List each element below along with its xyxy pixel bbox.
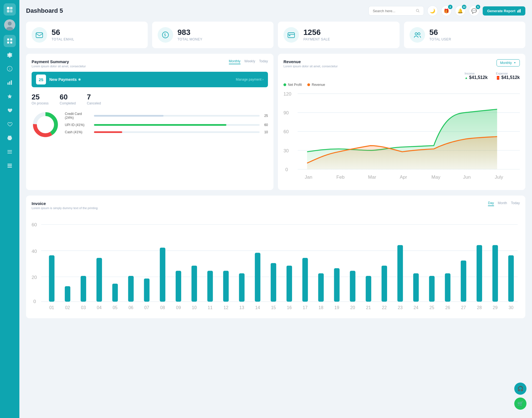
bar-label-27: 27	[461, 305, 466, 310]
upi-bar-wrap	[94, 124, 260, 126]
sidebar-item-info[interactable]: i	[4, 63, 16, 75]
cart-button[interactable]: 🛒	[514, 398, 526, 410]
bar-19	[334, 268, 340, 302]
bar-label-25: 25	[429, 305, 434, 310]
chat-badge: 5	[476, 5, 480, 9]
stats-row: 56 TOTAL EMAIL $ 983 TOTAL MONEY 1256 PA…	[26, 22, 525, 48]
stat-label-email: TOTAL EMAIL	[52, 37, 74, 41]
progress-upi: UPI ID (41%) 60	[65, 123, 268, 127]
bar-label-14: 14	[255, 305, 260, 310]
svg-text:Jun: Jun	[463, 175, 471, 180]
tab-day[interactable]: Day	[488, 201, 494, 206]
bar-22	[382, 266, 387, 302]
expense-icon: 🧧	[496, 76, 500, 80]
sidebar-item-heart1[interactable]	[4, 104, 16, 116]
tab-weekly[interactable]: Weekly	[244, 59, 255, 64]
bar-4	[96, 258, 102, 302]
middle-row: Payment Summary Lorem ipsum dolor sit am…	[26, 54, 525, 190]
sidebar-item-dashboard[interactable]	[4, 35, 16, 47]
sidebar-item-analytics[interactable]	[4, 76, 16, 89]
svg-rect-1	[10, 7, 12, 9]
bar-label-7: 07	[144, 305, 149, 310]
bar-label-30: 30	[509, 305, 514, 310]
income-meta: Income ▲ $41,512k	[465, 72, 488, 80]
credit-card-label: Credit Card (24%)	[65, 112, 91, 120]
sidebar-item-menu[interactable]	[4, 146, 16, 158]
svg-point-5	[8, 22, 12, 25]
income-arrow-icon: ▲	[465, 76, 468, 80]
svg-rect-23	[7, 165, 12, 166]
bar-15	[271, 263, 276, 302]
money-icon: $	[158, 27, 173, 43]
sidebar-item-settings[interactable]	[4, 49, 16, 61]
stat-label-payment: PAYMENT SALE	[303, 37, 330, 41]
bar-label-18: 18	[319, 305, 324, 310]
bar-27	[461, 261, 466, 302]
tab-month[interactable]: Month	[498, 201, 507, 206]
stat-number-email: 56	[52, 29, 74, 36]
payment-icon	[283, 27, 299, 43]
svg-rect-30	[36, 33, 43, 38]
bell-btn[interactable]: 🔔 12	[455, 6, 466, 16]
bar-label-17: 17	[303, 305, 307, 310]
tab-monthly[interactable]: Monthly	[229, 59, 241, 64]
sidebar-item-list[interactable]	[4, 160, 16, 172]
sidebar-item-heart2[interactable]	[4, 118, 16, 130]
floating-buttons: 🎧 🛒	[514, 383, 526, 410]
svg-rect-36	[289, 35, 290, 36]
bar-label-20: 20	[350, 305, 355, 310]
revenue-chart: 120 90 60 30 0 Jan Feb Mar Apr May Jun J…	[283, 89, 520, 183]
sidebar-logo[interactable]	[4, 3, 16, 16]
income-value: ▲ $41,512k	[465, 75, 488, 80]
bar-30	[508, 255, 514, 302]
avatar[interactable]	[4, 19, 15, 30]
bar-label-24: 24	[414, 305, 419, 310]
progress-credit-card: Credit Card (24%) 25	[65, 112, 268, 120]
cart-icon: 🛒	[517, 401, 523, 407]
svg-text:40: 40	[32, 248, 37, 254]
moon-icon: 🌙	[430, 8, 435, 14]
theme-toggle-btn[interactable]: 🌙	[427, 6, 438, 16]
on-process-number: 25	[32, 93, 48, 101]
gift-btn[interactable]: 🎁 2	[441, 6, 452, 16]
bar-label-8: 08	[160, 305, 165, 310]
revenue-monthly-dropdown[interactable]: Monthly	[497, 59, 520, 66]
sidebar-item-favorites[interactable]	[4, 90, 16, 102]
bar-5	[112, 284, 118, 302]
legend-net-profit: Net Profit	[283, 83, 302, 87]
svg-text:0: 0	[33, 299, 36, 304]
bar-label-11: 11	[208, 305, 212, 310]
stat-info-payment: 1256 PAYMENT SALE	[303, 29, 330, 41]
svg-rect-18	[8, 139, 11, 140]
search-box[interactable]	[369, 6, 424, 16]
svg-text:Apr: Apr	[400, 175, 407, 180]
tab-today[interactable]: Today	[259, 59, 268, 64]
revenue-header: Revenue Lorem ipsum dolor sit amet, cons…	[283, 59, 520, 68]
bar-label-12: 12	[224, 305, 228, 310]
upi-label: UPI ID (41%)	[65, 123, 91, 127]
bar-label-4: 04	[97, 305, 102, 310]
svg-text:120: 120	[283, 91, 291, 97]
svg-rect-8	[10, 39, 12, 40]
cash-bar	[94, 131, 122, 133]
svg-text:60: 60	[32, 222, 37, 227]
revenue-dot	[307, 83, 310, 86]
chat-btn[interactable]: 💬 5	[469, 6, 479, 16]
gift-badge: 2	[448, 5, 452, 9]
svg-rect-24	[7, 167, 12, 168]
bar-26	[445, 273, 451, 302]
donut-svg	[32, 111, 59, 139]
manage-payment-link[interactable]: Manage payment ›	[236, 78, 264, 81]
monthly-label: Monthly	[500, 61, 512, 65]
search-input[interactable]	[373, 9, 414, 13]
svg-rect-14	[9, 81, 10, 85]
svg-text:Feb: Feb	[336, 175, 344, 180]
generate-report-button[interactable]: Generate Report	[483, 6, 525, 16]
new-payments-label: New Payments	[49, 77, 81, 82]
invoice-title: Invoice	[32, 201, 98, 206]
revenue-label: Revenue	[312, 83, 325, 87]
tab-today[interactable]: Today	[511, 201, 520, 206]
svg-rect-3	[10, 10, 12, 12]
support-button[interactable]: 🎧	[514, 383, 526, 395]
sidebar-item-print[interactable]	[4, 132, 16, 144]
